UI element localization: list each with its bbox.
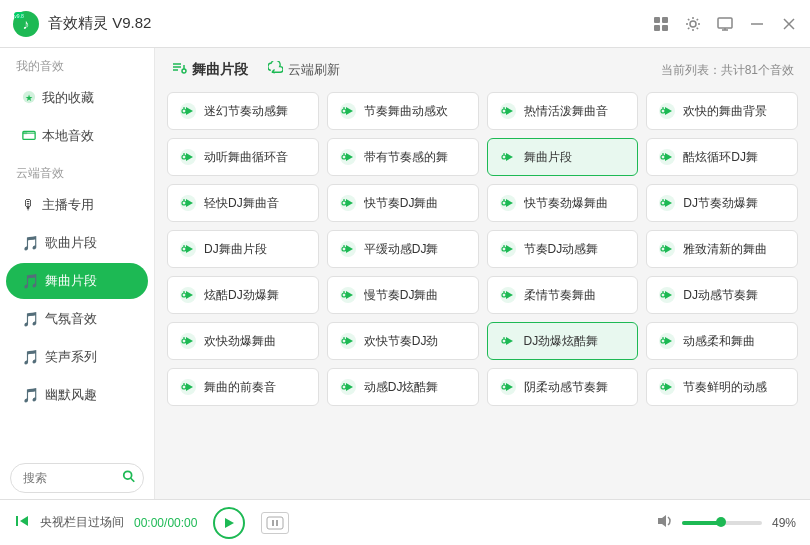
volume-percent: 49% — [772, 516, 796, 530]
sound-item[interactable]: DJ舞曲片段 — [167, 230, 319, 268]
sidebar: 我的音效 ★ 我的收藏 本地音效 云端音效 🎙 主播专用 🎵 歌曲片段 🎵 舞曲… — [0, 48, 155, 499]
sound-item[interactable]: 欢快节奏DJ劲 — [327, 322, 479, 360]
sidebar-item-favorites[interactable]: ★ 我的收藏 — [6, 80, 148, 116]
volume-slider[interactable] — [682, 521, 762, 525]
sound-item[interactable]: 平缓动感DJ舞 — [327, 230, 479, 268]
sound-item-icon — [338, 193, 358, 213]
app-title: 音效精灵 V9.82 — [48, 14, 652, 33]
close-icon[interactable] — [780, 15, 798, 33]
sound-item-icon — [178, 193, 198, 213]
sidebar-item-laugh[interactable]: 🎵 笑声系列 — [6, 339, 148, 375]
sound-item-label: 慢节奏DJ舞曲 — [364, 287, 439, 304]
sidebar-item-anchor-label: 主播专用 — [42, 196, 94, 214]
sound-item-label: 平缓动感DJ舞 — [364, 241, 439, 258]
svg-text:v9.8: v9.8 — [14, 13, 24, 19]
cloud-refresh-icon — [268, 61, 283, 79]
sound-item[interactable]: 柔情节奏舞曲 — [487, 276, 639, 314]
monitor-icon[interactable] — [716, 15, 734, 33]
player-time: 00:00/00:00 — [134, 516, 197, 530]
sound-item-icon — [657, 101, 677, 121]
sound-item-label: DJ舞曲片段 — [204, 241, 267, 258]
sound-item[interactable]: 舞曲片段 — [487, 138, 639, 176]
sound-item-icon — [178, 377, 198, 397]
song-name: 央视栏目过场间 — [40, 514, 124, 531]
svg-marker-138 — [225, 518, 234, 528]
svg-point-8 — [690, 21, 696, 27]
sound-item[interactable]: 节奏DJ动感舞 — [487, 230, 639, 268]
sound-item[interactable]: 酷炫循环DJ舞 — [646, 138, 798, 176]
sound-item[interactable]: DJ节奏劲爆舞 — [646, 184, 798, 222]
sound-item-icon — [178, 331, 198, 351]
search-button[interactable] — [122, 470, 136, 487]
sound-item-label: 迷幻节奏动感舞 — [204, 103, 288, 120]
sound-item[interactable]: 节奏舞曲动感欢 — [327, 92, 479, 130]
sound-item-icon — [657, 193, 677, 213]
sidebar-item-humor-label: 幽默风趣 — [45, 386, 97, 404]
sound-item-icon — [338, 239, 358, 259]
svg-point-17 — [124, 471, 132, 479]
sound-item-label: 炫酷DJ劲爆舞 — [204, 287, 279, 304]
sound-item[interactable]: 快节奏劲爆舞曲 — [487, 184, 639, 222]
sound-item[interactable]: 阴柔动感节奏舞 — [487, 368, 639, 406]
svg-point-22 — [182, 69, 186, 73]
sound-item[interactable]: 慢节奏DJ舞曲 — [327, 276, 479, 314]
count-label: 当前列表：共计81个音效 — [661, 62, 794, 79]
prev-track-icon[interactable] — [14, 513, 30, 533]
minimize-icon[interactable] — [748, 15, 766, 33]
sound-item-label: 酷炫循环DJ舞 — [683, 149, 758, 166]
sound-item[interactable]: 节奏鲜明的动感 — [646, 368, 798, 406]
sound-item[interactable]: 舞曲的前奏音 — [167, 368, 319, 406]
sound-item-label: 热情活泼舞曲音 — [524, 103, 608, 120]
sidebar-item-local-label: 本地音效 — [42, 127, 94, 145]
sound-item[interactable]: DJ劲爆炫酷舞 — [487, 322, 639, 360]
sound-item[interactable]: 迷幻节奏动感舞 — [167, 92, 319, 130]
sound-item-label: 雅致清新的舞曲 — [683, 241, 767, 258]
dance-tab[interactable]: 舞曲片段 — [171, 60, 248, 80]
volume-icon[interactable] — [656, 513, 672, 533]
play-button[interactable] — [213, 507, 245, 539]
sound-item[interactable]: 轻快DJ舞曲音 — [167, 184, 319, 222]
content-area: 舞曲片段 云端刷新 当前列表：共计81个音效 迷幻节奏动感舞 — [155, 48, 810, 499]
sound-item-icon — [498, 239, 518, 259]
sound-item[interactable]: DJ动感节奏舞 — [646, 276, 798, 314]
sound-item-label: 节奏DJ动感舞 — [524, 241, 599, 258]
sound-item[interactable]: 炫酷DJ劲爆舞 — [167, 276, 319, 314]
sound-item-label: 快节奏DJ舞曲 — [364, 195, 439, 212]
sound-item-label: 欢快节奏DJ劲 — [364, 333, 439, 350]
sound-item[interactable]: 快节奏DJ舞曲 — [327, 184, 479, 222]
sidebar-item-songs[interactable]: 🎵 歌曲片段 — [6, 225, 148, 261]
main-layout: 我的音效 ★ 我的收藏 本地音效 云端音效 🎙 主播专用 🎵 歌曲片段 🎵 舞曲… — [0, 48, 810, 499]
sound-item[interactable]: 带有节奏感的舞 — [327, 138, 479, 176]
grid-icon[interactable] — [652, 15, 670, 33]
sound-item[interactable]: 热情活泼舞曲音 — [487, 92, 639, 130]
sound-item[interactable]: 欢快的舞曲背景 — [646, 92, 798, 130]
settings-icon[interactable] — [684, 15, 702, 33]
sound-item[interactable]: 动听舞曲循环音 — [167, 138, 319, 176]
sidebar-item-dance[interactable]: 🎵 舞曲片段 — [6, 263, 148, 299]
sound-item[interactable]: 欢快劲爆舞曲 — [167, 322, 319, 360]
sound-item[interactable]: 动感柔和舞曲 — [646, 322, 798, 360]
sound-item-icon — [338, 331, 358, 351]
loop-mode-icon[interactable] — [261, 512, 289, 534]
sound-item-label: 舞曲的前奏音 — [204, 379, 276, 396]
cloud-refresh-btn[interactable]: 云端刷新 — [268, 61, 340, 79]
sidebar-item-anchor[interactable]: 🎙 主播专用 — [6, 187, 148, 223]
sidebar-item-local[interactable]: 本地音效 — [6, 118, 148, 154]
sound-item[interactable]: 雅致清新的舞曲 — [646, 230, 798, 268]
laugh-icon: 🎵 — [22, 349, 39, 365]
svg-rect-4 — [654, 17, 660, 23]
list-music-icon — [171, 60, 187, 80]
sidebar-item-atmosphere-label: 气氛音效 — [45, 310, 97, 328]
music-note-icon: 🎵 — [22, 235, 39, 251]
sound-item[interactable]: 动感DJ炫酷舞 — [327, 368, 479, 406]
svg-marker-142 — [658, 515, 666, 527]
sound-item-icon — [338, 147, 358, 167]
sidebar-item-atmosphere[interactable]: 🎵 气氛音效 — [6, 301, 148, 337]
sound-item-label: 阴柔动感节奏舞 — [524, 379, 608, 396]
svg-rect-16 — [23, 131, 27, 134]
sound-item-label: 舞曲片段 — [524, 149, 572, 166]
dance-music-icon: 🎵 — [22, 273, 39, 289]
cloud-refresh-label: 云端刷新 — [288, 61, 340, 79]
sidebar-item-humor[interactable]: 🎵 幽默风趣 — [6, 377, 148, 413]
svg-line-18 — [131, 478, 135, 482]
